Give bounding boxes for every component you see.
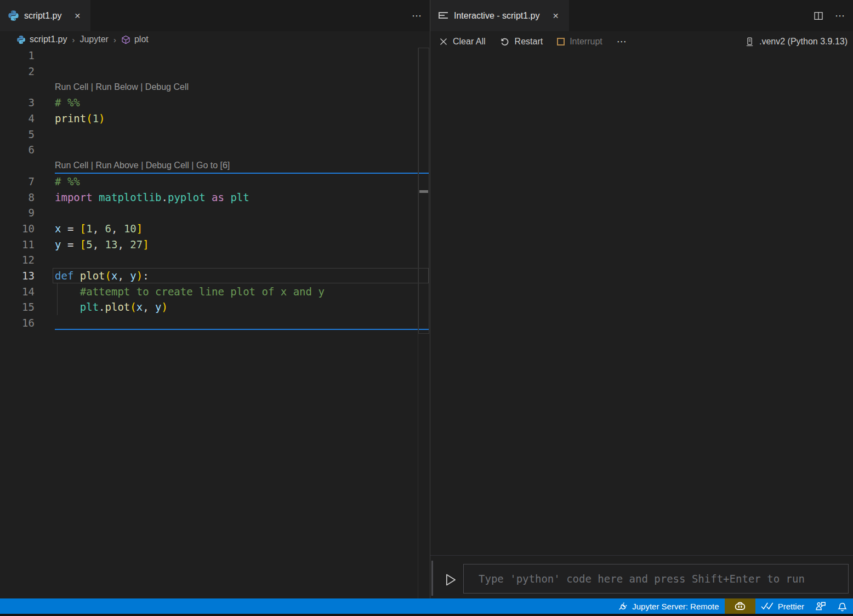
- right-tab-bar: Interactive - script1.py ✕ ⋯: [430, 0, 853, 31]
- interactive-input-area: [430, 555, 853, 598]
- code-line-9[interactable]: 9: [0, 205, 429, 221]
- code-line-10[interactable]: 10x = [1, 6, 10]: [0, 221, 429, 237]
- breadcrumb-item-symbol[interactable]: plot: [134, 35, 149, 44]
- codelens-row: Run Cell | Run Below | Debug Cell: [0, 79, 429, 95]
- code-line-4[interactable]: 4print(1): [0, 111, 429, 127]
- codelens-actions[interactable]: Run Cell | Run Below | Debug Cell: [55, 82, 189, 92]
- taskbar-edge: [0, 614, 853, 616]
- copilot-icon: [734, 600, 746, 612]
- editor-actions-more-icon[interactable]: ⋯: [412, 10, 422, 22]
- tab-label: Interactive - script1.py: [454, 11, 540, 21]
- vscode-window: script1.py ✕ ⋯ script1.py › Jupyter ›: [0, 0, 853, 616]
- code-text: # %%: [55, 96, 429, 109]
- kernel-label: .venv2 (Python 3.9.13): [759, 37, 848, 47]
- code-input[interactable]: [464, 573, 848, 585]
- chevron-right-icon: ›: [71, 35, 76, 44]
- toolbar-more-button[interactable]: ⋯: [617, 36, 627, 48]
- code-line-6[interactable]: 6: [0, 142, 429, 158]
- code-line-3[interactable]: 3# %%: [0, 95, 429, 111]
- clear-all-button[interactable]: Clear All: [439, 37, 486, 47]
- kernel-environment-icon: [745, 37, 754, 47]
- feedback-icon[interactable]: [810, 598, 832, 614]
- python-file-icon: [8, 10, 19, 21]
- code-line-11[interactable]: 11y = [5, 13, 27]: [0, 236, 429, 252]
- tab-close-icon[interactable]: ✕: [550, 10, 561, 21]
- line-number: 9: [0, 207, 55, 219]
- breadcrumb: script1.py › Jupyter › plot: [0, 31, 430, 48]
- remote-connection-icon: [618, 601, 628, 612]
- code-line-15[interactable]: 15 plt.plot(x, y): [0, 299, 429, 315]
- code-input-box[interactable]: [463, 564, 849, 594]
- python-file-icon: [16, 35, 26, 44]
- notifications-bell-icon[interactable]: [832, 598, 853, 614]
- breadcrumb-item-file[interactable]: script1.py: [30, 35, 67, 44]
- code-line-8[interactable]: 8import matplotlib.pyplot as plt: [0, 189, 429, 205]
- code-text: plt.plot(x, y): [55, 301, 429, 313]
- symbol-method-icon: [121, 35, 130, 44]
- code-text: x = [1, 6, 10]: [55, 223, 429, 235]
- copilot-status[interactable]: [725, 598, 755, 614]
- tab-interactive-window[interactable]: Interactive - script1.py ✕: [430, 0, 569, 31]
- play-icon: [443, 573, 457, 587]
- line-number: 7: [0, 175, 55, 187]
- close-icon: [439, 37, 448, 46]
- line-number: 10: [0, 223, 55, 235]
- code-editor[interactable]: 12Run Cell | Run Below | Debug Cell3# %%…: [0, 48, 429, 330]
- line-number: 8: [0, 191, 55, 203]
- split-editor-icon[interactable]: [813, 11, 824, 21]
- line-number: 3: [0, 96, 55, 109]
- code-text: print(1): [55, 112, 429, 124]
- code-text: def plot(x, y):: [55, 270, 429, 282]
- code-text: #attempt to create line plot of x and y: [55, 286, 429, 298]
- code-line-5[interactable]: 5: [0, 126, 429, 142]
- line-number: 14: [0, 286, 55, 298]
- chevron-right-icon: ›: [112, 35, 117, 44]
- code-text: # %%: [55, 175, 429, 187]
- indent-guide: [57, 299, 58, 315]
- restart-button[interactable]: Restart: [500, 37, 543, 47]
- tab-label: script1.py: [24, 11, 61, 21]
- more-actions-icon[interactable]: ⋯: [835, 10, 845, 22]
- code-line-14[interactable]: 14 #attempt to create line plot of x and…: [0, 283, 429, 299]
- line-number: 4: [0, 112, 55, 124]
- run-code-button[interactable]: [442, 572, 458, 588]
- double-check-icon: [761, 602, 774, 611]
- restart-icon: [500, 37, 510, 47]
- code-line-12[interactable]: 12: [0, 252, 429, 268]
- interrupt-icon: [557, 38, 565, 45]
- code-line-2[interactable]: 2: [0, 64, 429, 79]
- kernel-picker[interactable]: .venv2 (Python 3.9.13): [745, 37, 848, 47]
- editor-scrollbar[interactable]: [418, 48, 429, 598]
- codelens-actions[interactable]: Run Cell | Run Above | Debug Cell | Go t…: [55, 161, 230, 170]
- code-line-13[interactable]: 13def plot(x, y):: [0, 268, 429, 284]
- tab-close-icon[interactable]: ✕: [72, 10, 83, 21]
- left-tab-bar: script1.py ✕ ⋯: [0, 0, 430, 31]
- line-number: 1: [0, 49, 55, 61]
- interactive-toolbar: Clear All Restart Interrupt ⋯: [430, 31, 853, 52]
- input-scrollbar[interactable]: [431, 561, 433, 596]
- editor-group-right: Interactive - script1.py ✕ ⋯ Clear All: [430, 0, 853, 598]
- code-line-7[interactable]: 7# %%: [0, 174, 429, 190]
- prettier-label: Prettier: [778, 602, 804, 611]
- interactive-output-area: [430, 52, 853, 555]
- code-text: y = [5, 13, 27]: [55, 238, 429, 250]
- line-number: 15: [0, 301, 55, 313]
- jupyter-server-label: Jupyter Server: Remote: [632, 602, 719, 611]
- status-bar: Jupyter Server: Remote: [0, 598, 853, 614]
- prettier-status[interactable]: Prettier: [755, 598, 810, 614]
- overview-ruler-marker: [419, 190, 428, 193]
- line-number: 2: [0, 65, 55, 77]
- jupyter-server-status[interactable]: Jupyter Server: Remote: [612, 598, 724, 614]
- line-number: 11: [0, 238, 55, 250]
- interrupt-button[interactable]: Interrupt: [557, 37, 602, 47]
- line-number: 5: [0, 128, 55, 140]
- code-line-1[interactable]: 1: [0, 48, 429, 64]
- editor-group-left: script1.py ✕ ⋯ script1.py › Jupyter ›: [0, 0, 430, 598]
- code-line-16[interactable]: 16: [0, 315, 429, 331]
- code-text: import matplotlib.pyplot as plt: [55, 191, 429, 203]
- interactive-window-icon: [438, 10, 449, 21]
- breadcrumb-item-jupyter[interactable]: Jupyter: [79, 35, 108, 44]
- line-number: 16: [0, 317, 55, 329]
- tab-script1-py[interactable]: script1.py ✕: [0, 0, 90, 31]
- line-number: 13: [0, 270, 55, 282]
